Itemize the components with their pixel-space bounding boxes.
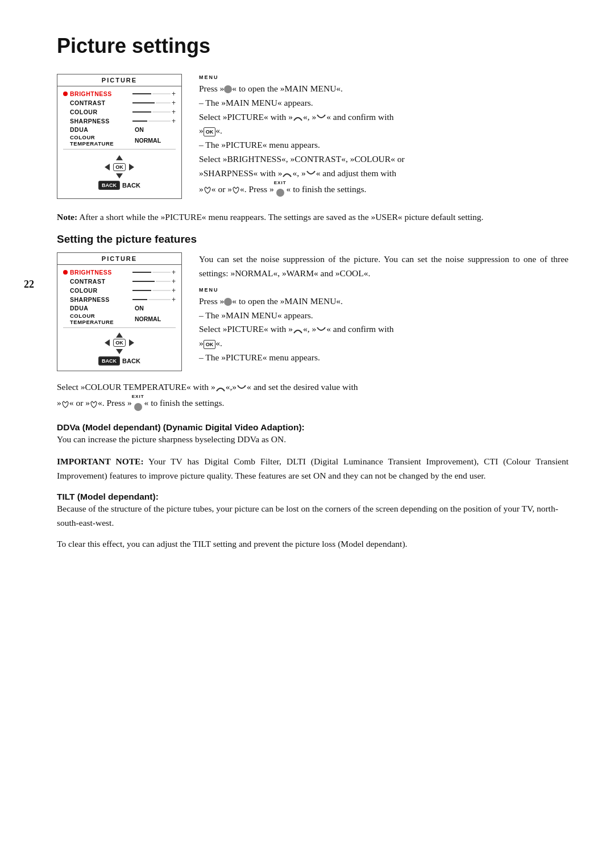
tilt-section: TILT (Model dependant): Because of the s… xyxy=(57,492,569,551)
bar-fill-sh1 xyxy=(132,121,147,122)
colour-temp-section: Select »COLOUR TEMPERATURE« with »«,»« a… xyxy=(57,380,569,413)
ddva-text: You can increase the picture sharpness b… xyxy=(57,433,569,447)
note-section: Note: After a short while the »PICTURE« … xyxy=(57,210,569,224)
page-container: 22 Picture settings PICTURE BRIGHTNESS + xyxy=(0,0,614,591)
menu-box-1-title: PICTURE xyxy=(57,74,181,86)
left-arrow-1 xyxy=(105,164,110,171)
menu-controls-2 xyxy=(63,330,176,339)
active-dot-1 xyxy=(63,92,68,96)
up-triangle-1 xyxy=(116,154,123,162)
menu-label-ddua-2: DDUa xyxy=(70,305,132,312)
menu-row-brightness-2: BRIGHTNESS + xyxy=(63,268,176,276)
menu-bar-brightness-1: + xyxy=(132,90,176,98)
desc2-line5: – The »PICTURE« menu appears. xyxy=(199,351,569,365)
hand-left-icon-1 xyxy=(204,186,211,194)
menu-row-sharpness-2: SHARPNESS + xyxy=(63,296,176,304)
down-arrow-2 xyxy=(116,349,123,354)
desc2-line4: »OK«. xyxy=(199,337,569,351)
bar-empty-c1 xyxy=(156,102,171,103)
bar-fill-1 xyxy=(132,93,151,94)
menu-label-ddua-1: DDUa xyxy=(70,126,132,133)
note-label: Note: xyxy=(57,212,77,222)
menu-bar-colour-2: + xyxy=(132,286,176,294)
ddua-value-2: ON xyxy=(135,305,144,312)
bar-fill-b2 xyxy=(132,272,151,273)
menu-row-colour-2: COLOUR + xyxy=(63,286,176,294)
bar-empty-c2 xyxy=(156,281,171,282)
back-btn-1: BACK xyxy=(98,181,120,190)
menu-label-colour-1: COLOUR xyxy=(70,109,132,115)
bar-plus-1: + xyxy=(172,90,176,98)
down-arrow-1 xyxy=(116,173,123,178)
tilt-title-p: TILT (Model dependant): xyxy=(57,492,569,502)
menu-label-sharpness-1: SHARPNESS xyxy=(70,118,132,124)
bar-plus-sh2: + xyxy=(172,296,176,304)
menu-row-contrast-1: CONTRAST + xyxy=(63,99,176,107)
arrow-down-icon-3 xyxy=(316,326,326,334)
ddua-value-1: ON xyxy=(135,126,144,133)
arrow-up-icon-3 xyxy=(293,326,303,334)
menu-bar-sharpness-1: + xyxy=(132,117,176,125)
arrow-down-icon-4 xyxy=(237,384,247,392)
arrow-up-icon-2 xyxy=(282,170,292,178)
menu-label-coltemp-2: COLOUR TEMPERATURE xyxy=(70,313,132,325)
menu-label-contrast-2: CONTRAST xyxy=(70,278,132,285)
menu-sep-1 xyxy=(63,149,176,149)
exit-label-2: EXIT xyxy=(132,394,144,399)
menu-label-brightness-1: BRIGHTNESS xyxy=(70,90,132,97)
menu-label-brightness-2: BRIGHTNESS xyxy=(70,269,132,276)
bar-empty-sh1 xyxy=(148,121,171,122)
up-arrow-2 xyxy=(116,333,123,338)
important-section: IMPORTANT NOTE: Your TV has Digital Comb… xyxy=(57,455,569,483)
bar-empty-col2 xyxy=(152,290,171,291)
tilt-text1: Because of the structure of the picture … xyxy=(57,502,569,530)
tilt-title: TILT (Model dependant): xyxy=(57,492,159,501)
section2-heading: Setting the picture features xyxy=(57,233,569,246)
ok-btn-2: OK xyxy=(113,339,126,347)
menu-row-coltemp-2: COLOUR TEMPERATURE NORMAL xyxy=(63,313,176,325)
menu-label-contrast-1: CONTRAST xyxy=(70,99,132,106)
page-title: Picture settings xyxy=(57,34,569,58)
menu-bar-sharpness-2: + xyxy=(132,296,176,304)
right-arrow-1 xyxy=(129,164,134,171)
arrow-up-icon-4 xyxy=(215,384,226,392)
description-col-1: MENU Press »« to open the »MAIN MENU«. –… xyxy=(199,74,569,199)
menu-row-colour-1: COLOUR + xyxy=(63,108,176,116)
left-arrow-2 xyxy=(105,339,110,346)
bar-fill-col1 xyxy=(132,111,151,113)
menu-row-contrast-2: CONTRAST + xyxy=(63,277,176,285)
menu-row-ddua-2: DDUa ON xyxy=(63,305,176,312)
ok-inline-1: OK xyxy=(204,127,216,136)
menu-row-ddua-1: DDUa ON xyxy=(63,126,176,133)
coltemp-value-2: NORMAL xyxy=(135,315,161,322)
desc1-line5: – The »PICTURE« menu appears. xyxy=(199,138,569,152)
desc1-line6: Select »BRIGHTNESS«, »CONTRAST«, »COLOUR… xyxy=(199,152,569,167)
desc2-top: You can set the noise suppression of the… xyxy=(199,252,569,281)
menu-bottom-2: BACK BACK xyxy=(63,356,176,368)
down-controls-1 xyxy=(63,173,176,181)
coltemp-value-1: NORMAL xyxy=(135,137,161,144)
up-arrow-1 xyxy=(116,155,123,160)
important-label: IMPORTANT NOTE: xyxy=(57,456,144,466)
arrow-down-icon-1 xyxy=(316,114,326,122)
circle-btn-menu-2 xyxy=(224,298,232,306)
back-label-2: BACK xyxy=(122,358,140,364)
back-label-1: BACK xyxy=(122,182,140,189)
bar-empty-1 xyxy=(152,93,171,94)
bar-fill-c2 xyxy=(132,281,155,282)
hand-left-icon-2 xyxy=(61,400,69,408)
circle-btn-menu-1 xyxy=(224,85,232,93)
hand-right-icon-1 xyxy=(232,186,240,194)
desc1-line1: Press »« to open the »MAIN MENU«. xyxy=(199,82,569,96)
section-top: PICTURE BRIGHTNESS + CONTRAST xyxy=(57,74,569,199)
circle-btn-exit-2 xyxy=(134,403,142,411)
menu-bar-contrast-2: + xyxy=(132,277,176,285)
bar-empty-b2 xyxy=(152,272,171,273)
desc2-line2: – The »MAIN MENU« appears. xyxy=(199,309,569,323)
menu-label-sharpness-2: SHARPNESS xyxy=(70,296,132,303)
ddva-title-p: DDVa (Model dependant) (Dynamic Digital … xyxy=(57,422,569,433)
menu-box-2-body: BRIGHTNESS + CONTRAST + xyxy=(57,265,181,371)
tilt-text2: To clear this effect, you can adjust the… xyxy=(57,537,569,551)
circle-btn-exit-1 xyxy=(276,189,284,197)
desc1-line7: »SHARPNESS« with »«, »« and adjust them … xyxy=(199,167,569,181)
